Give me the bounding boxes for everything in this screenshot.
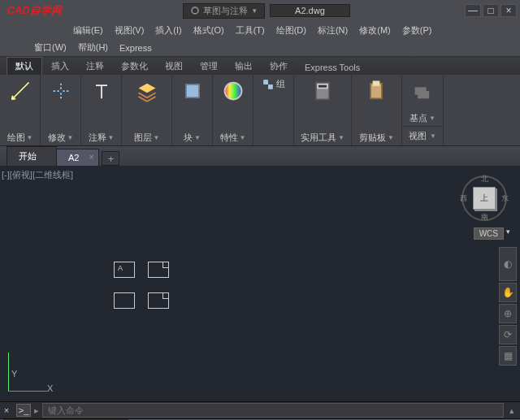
menu-窗口(W)[interactable]: 窗口(W) [29,40,72,55]
viewcube[interactable]: 上 北 南 东 西 [462,175,507,221]
menu-参数(P)[interactable]: 参数(P) [397,23,437,38]
file-tab-close-icon[interactable]: × [89,153,94,162]
menu-格式(O)[interactable]: 格式(O) [188,23,229,38]
svg-point-0 [192,7,198,14]
svg-rect-6 [318,84,327,89]
nav-pan[interactable]: ✋ [499,283,517,302]
app-logo: CAD自学网 [0,0,68,21]
menu-视图(V)[interactable]: 视图(V) [110,23,150,38]
file-tab-开始[interactable]: 开始 [6,146,57,166]
panel-draw[interactable]: 绘图▼ [0,75,41,145]
cmd-close-icon[interactable]: × [0,405,13,415]
sheet-icon [148,292,169,309]
modify-icon [50,80,72,102]
drawing-canvas[interactable]: [-][俯视][二维线框] 上 北 南 东 西 WCS ▾ ◐ ✋ ⊕ ⟳ ▦ … [0,166,520,401]
command-input[interactable] [42,403,504,418]
block-icon [181,80,204,102]
ribbon-tab-参数化[interactable]: 参数化 [113,57,156,75]
menu-标注(N)[interactable]: 标注(N) [313,23,353,38]
nav-orbit[interactable]: ⟳ [499,325,517,344]
drawing-icons [114,262,169,323]
sheet-icon [148,262,169,278]
svg-rect-4 [268,84,272,89]
ribbon-tab-协作[interactable]: 协作 [262,57,296,75]
file-tab-A2[interactable]: A2× [56,149,99,166]
viewport-label[interactable]: [-][俯视][二维线框] [2,169,73,181]
minimize-button[interactable]: — [465,4,481,17]
properties-icon [222,80,245,102]
nav-wheel[interactable]: ◐ [499,247,517,281]
ribbon-tab-输出[interactable]: 输出 [227,57,261,75]
menu-修改(M)[interactable]: 修改(M) [354,23,396,38]
layers-icon [136,80,158,102]
cmd-arrow-icon: ▸ [34,405,39,416]
svg-rect-1 [185,84,198,97]
menu-Express[interactable]: Express [115,41,157,54]
menu-绘图(D)[interactable]: 绘图(D) [271,23,311,38]
nav-showmotion[interactable]: ▦ [499,346,517,366]
panel-utilities[interactable]: 实用工具▼ [294,75,352,145]
ribbon-tab-插入[interactable]: 插入 [43,57,77,75]
ribbon-tab-Express Tools[interactable]: Express Tools [297,59,368,75]
workspace-dropdown[interactable]: 草图与注释▼ [183,3,265,19]
menu-工具(T)[interactable]: 工具(T) [231,23,270,38]
wcs-label[interactable]: WCS [474,227,504,240]
gear-icon [190,6,200,15]
panel-annotate[interactable]: 注释▼ [81,75,122,145]
panel-clipboard[interactable]: 剪贴板▼ [352,75,402,145]
menu-编辑(E)[interactable]: 编辑(E) [68,23,108,38]
svg-point-2 [224,83,241,100]
panel-properties[interactable]: 特性▼ [213,75,254,145]
file-tab-add[interactable]: + [102,151,119,166]
text-icon [90,80,113,102]
ribbon-tab-视图[interactable]: 视图 [157,57,191,75]
cmd-prompt-icon[interactable]: >_ [16,404,31,417]
panel-block[interactable]: 块▼ [172,75,213,145]
panel-group[interactable]: 组 [254,75,294,145]
ribbon-tab-管理[interactable]: 管理 [192,57,226,75]
menu-插入(I)[interactable]: 插入(I) [150,23,186,38]
ribbon-tab-默认[interactable]: 默认 [6,57,42,75]
svg-rect-3 [263,80,267,84]
cmd-recent-icon[interactable]: ▴ [504,405,520,416]
panel-modify[interactable]: 修改▼ [41,75,81,145]
document-title: A2.dwg [270,4,350,17]
template-icon [114,262,135,278]
close-button[interactable]: × [500,4,517,17]
group-icon [262,79,274,90]
ribbon-tab-注释[interactable]: 注释 [78,57,112,75]
svg-rect-8 [374,81,379,85]
panel-basepoint[interactable]: 基点▼ [402,75,443,126]
svg-rect-10 [415,87,427,94]
line-icon [9,80,32,102]
maximize-button[interactable]: □ [483,4,499,17]
base-icon [411,80,434,102]
rect-icon [114,292,135,309]
nav-zoom[interactable]: ⊕ [499,304,517,323]
wcs-dropdown-icon[interactable]: ▾ [506,227,510,236]
panel-layers[interactable]: 图层▼ [122,75,172,145]
calc-icon [311,80,334,102]
menu-帮助(H)[interactable]: 帮助(H) [73,40,113,55]
panel-view-label[interactable]: 视图▼ [402,126,443,145]
clipboard-icon [365,80,388,102]
